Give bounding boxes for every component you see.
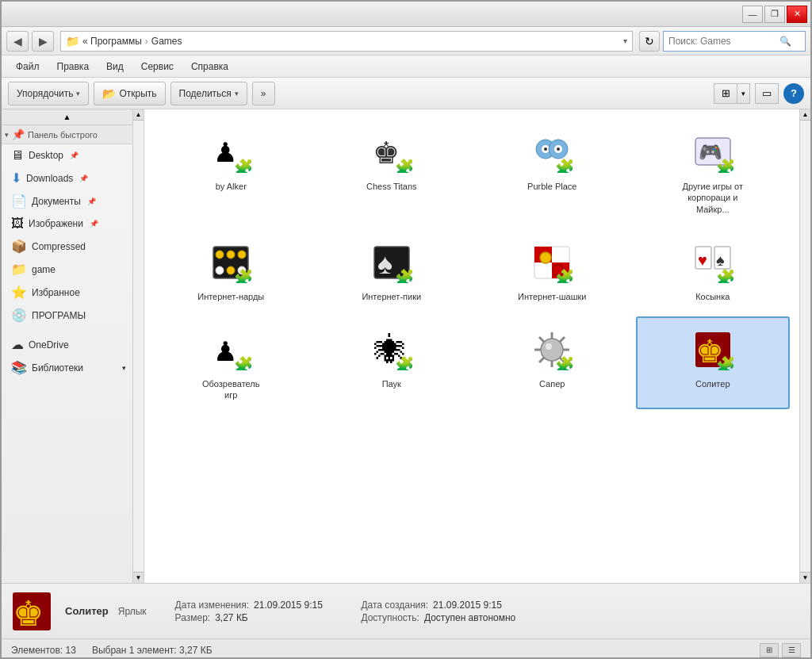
downloads-label: Downloads <box>26 173 73 184</box>
favorites-icon: ⭐ <box>11 285 27 300</box>
panel-button[interactable]: ▭ <box>755 83 779 104</box>
status-modified-label: Дата изменения: <box>175 600 250 611</box>
programs-label: ПРОГРАМЫ <box>32 310 86 321</box>
svg-text:🧩: 🧩 <box>234 268 251 283</box>
refresh-button[interactable]: ↻ <box>639 31 660 52</box>
status-availability-value: Доступен автономно <box>424 612 515 623</box>
file-item-minesweeper[interactable]: 🧩 Сапер <box>475 316 630 409</box>
toolbar-right: ⊞ ▾ ▭ ? <box>714 83 804 104</box>
minimize-button[interactable]: — <box>742 6 763 23</box>
organize-button[interactable]: Упорядочить ▾ <box>8 82 89 105</box>
file-item-solitaire[interactable]: ♚ 🧩 Солитер <box>636 316 791 409</box>
search-bar[interactable]: 🔍 <box>663 31 806 52</box>
svg-text:🧩: 🧩 <box>555 158 573 173</box>
file-item-gameexplorer[interactable]: ♟ 🧩 Обозреватель игр <box>154 316 308 409</box>
filelist-scroll-down[interactable]: ▼ <box>800 572 810 583</box>
folder-icon: 📁 <box>66 35 79 48</box>
share-button[interactable]: Поделиться ▾ <box>170 82 247 105</box>
svg-text:♚: ♚ <box>13 594 44 632</box>
file-item-msgames[interactable]: 🎮 🧩 Другие игры от корпораци и Майкр... <box>636 119 791 223</box>
sidebar-item-programs[interactable]: 💿 ПРОГРАМЫ <box>2 304 132 327</box>
sidebar: ▲ ▾ 📌 Панель быстрого 🖥 Desktop 📌 ⬇ Down… <box>2 109 144 583</box>
more-button[interactable]: » <box>252 82 275 105</box>
status-modified-value: 21.09.2015 9:15 <box>254 600 323 611</box>
file-label-spider: Паук <box>382 378 401 389</box>
help-button[interactable]: ? <box>783 83 804 104</box>
sidebar-scroll-up-btn[interactable]: ▲ <box>133 109 144 121</box>
restore-button[interactable]: ❐ <box>764 6 785 23</box>
svg-text:🧩: 🧩 <box>716 355 733 370</box>
view-list-button[interactable]: ☰ <box>782 643 801 657</box>
file-label-freecell: Косынка <box>695 291 730 302</box>
main-content: ▲ ▾ 📌 Панель быстрого 🖥 Desktop 📌 ⬇ Down… <box>2 109 810 583</box>
file-item-freecell[interactable]: ♥ ♠ 🧩 Косынка <box>636 229 791 310</box>
desktop-label: Desktop <box>29 150 63 161</box>
menu-view[interactable]: Вид <box>98 58 132 75</box>
svg-text:🧩: 🧩 <box>716 268 733 283</box>
file-icon-msgames: 🎮 🧩 <box>688 127 738 178</box>
addressbar: ◀ ▶ 📁 « Программы › Games ▾ ↻ 🔍 <box>2 27 810 56</box>
view-mode-button[interactable]: ⊞ <box>714 83 737 104</box>
file-item-spider[interactable]: 🕷 🧩 Паук <box>315 316 469 409</box>
svg-text:🧩: 🧩 <box>555 268 573 283</box>
svg-line-47 <box>560 337 565 342</box>
menu-help[interactable]: Справка <box>183 58 236 75</box>
file-label-chesstitan: Chess Titans <box>366 181 417 192</box>
file-item-byalker[interactable]: ♟ 🧩 by Alker <box>154 119 308 223</box>
status-created-label: Дата создания: <box>361 600 428 611</box>
svg-line-48 <box>539 358 544 362</box>
sidebar-item-onedrive[interactable]: ☁ OneDrive <box>2 333 132 356</box>
sidebar-scroll-up[interactable]: ▲ <box>2 109 132 125</box>
sidebar-item-favorites[interactable]: ⭐ Избранное <box>2 281 132 304</box>
selected-info: Выбран 1 элемент: 3,27 КБ <box>92 645 213 656</box>
status-info: Солитер Ярлык <box>65 605 147 617</box>
sidebar-item-images[interactable]: 🖼 Изображени 📌 <box>2 213 132 235</box>
file-item-purble[interactable]: 🧩 Purble Place <box>475 119 630 223</box>
filelist-scroll-up[interactable]: ▲ <box>800 109 810 121</box>
breadcrumb[interactable]: 📁 « Программы › Games ▾ <box>60 31 633 52</box>
open-button[interactable]: 📂 Открыть <box>94 82 165 105</box>
images-icon: 🖼 <box>11 216 24 231</box>
status-modified: Дата изменения: 21.09.2015 9:15 <box>175 600 330 611</box>
sidebar-item-game[interactable]: 📁 game <box>2 258 132 281</box>
sidebar-item-documents[interactable]: 📄 Документы 📌 <box>2 190 132 213</box>
view-mode-arrow-icon[interactable]: ▾ <box>737 83 750 104</box>
sidebar-quickaccess-header[interactable]: ▾ 📌 Панель быстрого <box>2 125 132 144</box>
search-input[interactable] <box>668 36 779 47</box>
sidebar-item-compressed[interactable]: 📦 Compressed <box>2 235 132 258</box>
sidebar-item-downloads[interactable]: ⬇ Downloads 📌 <box>2 167 132 190</box>
svg-point-17 <box>238 251 246 259</box>
back-button[interactable]: ◀ <box>6 31 29 52</box>
svg-text:🧩: 🧩 <box>395 158 412 173</box>
sidebar-item-desktop[interactable]: 🖥 Desktop 📌 <box>2 144 132 167</box>
view-grid-button[interactable]: ⊞ <box>760 643 779 657</box>
file-item-backgammon[interactable]: 🧩 Интернет-нарды <box>154 229 308 310</box>
breadcrumb-dropdown-icon[interactable]: ▾ <box>623 36 627 45</box>
compressed-icon: 📦 <box>11 239 27 254</box>
share-label: Поделиться <box>179 88 232 99</box>
search-icon[interactable]: 🔍 <box>779 36 791 47</box>
svg-point-6 <box>544 148 547 151</box>
favorites-label: Избранное <box>32 287 80 298</box>
file-item-spades[interactable]: ♠ 🧩 Интернет-пики <box>315 229 469 310</box>
file-item-chesstitan[interactable]: ♚ 🧩 Chess Titans <box>315 119 469 223</box>
file-item-checkers[interactable]: 🧩 Интернет-шашки <box>475 229 630 310</box>
titlebar: — ❐ ✕ <box>2 2 810 27</box>
onedrive-label: OneDrive <box>29 339 69 351</box>
svg-text:♥: ♥ <box>698 251 707 269</box>
menu-file[interactable]: Файл <box>8 58 48 75</box>
svg-point-49 <box>546 343 552 350</box>
file-grid: ♟ 🧩 by Alker ♚ 🧩 Chess Titans <box>151 116 793 412</box>
file-label-backgammon: Интернет-нарды <box>197 291 264 302</box>
forward-button[interactable]: ▶ <box>32 31 54 52</box>
menu-edit[interactable]: Правка <box>49 58 98 75</box>
close-button[interactable]: ✕ <box>787 6 807 23</box>
menu-service[interactable]: Сервис <box>133 58 182 75</box>
sidebar-scroll-down-btn[interactable]: ▼ <box>133 572 144 583</box>
status-name: Солитер <box>65 605 109 617</box>
items-count: Элементов: 13 <box>11 645 76 656</box>
sidebar-item-libraries[interactable]: 📚 Библиотеки ▾ <box>2 356 132 379</box>
status-size-value: 3,27 КБ <box>215 612 248 623</box>
status-created-value: 21.09.2015 9:15 <box>433 600 502 611</box>
game-icon: 📁 <box>11 262 27 277</box>
